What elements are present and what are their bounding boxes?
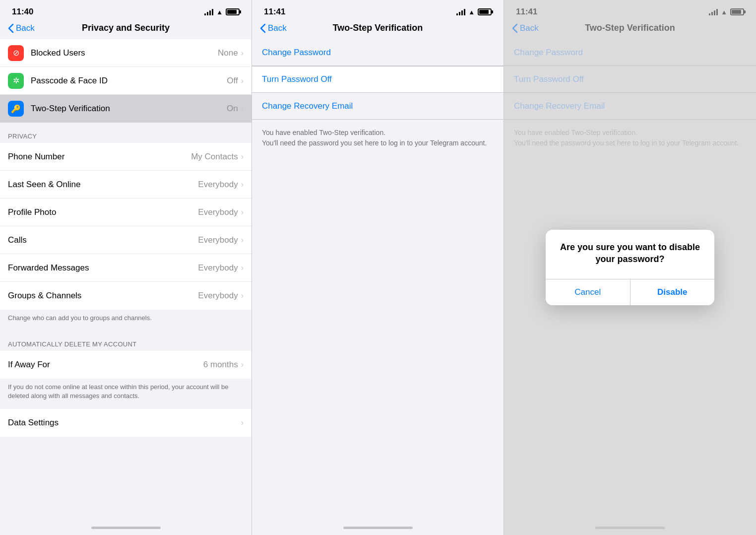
change-recovery-email-item-2[interactable]: Change Recovery Email (252, 93, 504, 120)
dialog-overlay: Are you sure you want to disable your pa… (504, 0, 756, 535)
forwarded-messages-item[interactable]: Forwarded Messages Everybody › (0, 254, 252, 282)
last-seen-value: Everybody (198, 180, 238, 190)
nav-title-2: Two-Step Verification (333, 23, 423, 33)
blocked-users-chevron: › (241, 49, 244, 58)
phone-number-value: My Contacts (191, 152, 238, 162)
turn-password-off-label: Turn Password Off (262, 74, 332, 84)
nav-title-1: Privacy and Security (82, 23, 170, 33)
status-bar-2: 11:41 ▲ (252, 0, 504, 21)
back-button-2[interactable]: Back (260, 23, 287, 33)
profile-photo-chevron: › (241, 208, 244, 217)
blocked-users-item[interactable]: ⊘ Blocked Users None › (0, 39, 252, 67)
profile-photo-label: Profile Photo (8, 207, 198, 217)
delete-list-group: If Away For 6 months › (0, 351, 252, 379)
privacy-list-group: Phone Number My Contacts › Last Seen & O… (0, 143, 252, 310)
back-button-1[interactable]: Back (8, 23, 35, 33)
if-away-label: If Away For (8, 360, 203, 370)
calls-item[interactable]: Calls Everybody › (0, 226, 252, 254)
data-settings-group: Data Settings › (0, 409, 252, 437)
if-away-chevron: › (241, 360, 244, 369)
home-indicator-2 (343, 527, 413, 529)
delete-section-header: AUTOMATICALLY DELETE MY ACCOUNT (0, 331, 252, 351)
phone-number-item[interactable]: Phone Number My Contacts › (0, 143, 252, 171)
wifi-icon-2: ▲ (468, 8, 475, 16)
groups-channels-label: Groups & Channels (8, 291, 198, 301)
signal-icon-2 (456, 8, 465, 15)
groups-channels-chevron: › (241, 291, 244, 300)
last-seen-label: Last Seen & Online (8, 180, 198, 190)
home-indicator-1 (91, 527, 161, 529)
groups-channels-item[interactable]: Groups & Channels Everybody › (0, 282, 252, 310)
panel3-dialog: 11:41 ▲ Back Two-Step Verification Ch (504, 0, 756, 535)
change-password-item-2[interactable]: Change Password (252, 39, 504, 66)
two-step-item[interactable]: 🔑 Two-Step Verification On › (0, 95, 252, 123)
delete-info-text: If you do not come online at least once … (0, 379, 252, 408)
battery-icon-1 (226, 8, 240, 15)
two-step-value: On (227, 104, 238, 114)
passcode-face-id-item[interactable]: ✲ Passcode & Face ID Off › (0, 67, 252, 95)
passcode-value: Off (227, 76, 238, 86)
nav-bar-2: Back Two-Step Verification (252, 21, 504, 39)
dialog-disable-button[interactable]: Disable (630, 279, 715, 305)
status-icons-2: ▲ (456, 8, 492, 16)
last-seen-chevron: › (241, 180, 244, 189)
forwarded-messages-label: Forwarded Messages (8, 263, 198, 273)
if-away-value: 6 months (203, 360, 238, 370)
blocked-users-label: Blocked Users (31, 48, 218, 58)
phone-number-label: Phone Number (8, 152, 191, 162)
wifi-icon-1: ▲ (216, 8, 223, 16)
top-list-group: ⊘ Blocked Users None › ✲ Passcode & Face… (0, 39, 252, 123)
signal-icon-1 (204, 8, 213, 15)
battery-icon-2 (478, 8, 492, 15)
calls-chevron: › (241, 236, 244, 245)
if-away-item[interactable]: If Away For 6 months › (0, 351, 252, 379)
nav-bar-1: Back Privacy and Security (0, 21, 252, 39)
two-step-list-group: Change Password Turn Password Off Change… (252, 39, 504, 120)
data-settings-label: Data Settings (8, 418, 241, 428)
two-step-icon: 🔑 (8, 101, 24, 117)
groups-info-text: Change who can add you to groups and cha… (0, 310, 252, 331)
profile-photo-item[interactable]: Profile Photo Everybody › (0, 199, 252, 226)
profile-photo-value: Everybody (198, 207, 238, 217)
dialog-box: Are you sure you want to disable your pa… (546, 230, 714, 305)
groups-channels-value: Everybody (198, 291, 238, 301)
two-step-description-2: You have enabled Two-Step verification. … (252, 120, 504, 156)
phone-number-chevron: › (241, 152, 244, 161)
dialog-title: Are you sure you want to disable your pa… (546, 230, 714, 269)
calls-label: Calls (8, 235, 198, 245)
calls-value: Everybody (198, 235, 238, 245)
status-time-1: 11:40 (12, 7, 33, 17)
privacy-section-header: PRIVACY (0, 123, 252, 143)
change-recovery-email-label-2: Change Recovery Email (262, 101, 353, 111)
panel2-two-step: 11:41 ▲ Back Two-Step Verification (252, 0, 504, 535)
two-step-label: Two-Step Verification (31, 104, 227, 114)
blocked-users-icon: ⊘ (8, 45, 24, 61)
two-step-chevron: › (241, 104, 244, 113)
panel1-privacy-security: 11:40 ▲ Back Privacy and Security (0, 0, 252, 535)
turn-password-off-item[interactable]: Turn Password Off (252, 66, 504, 93)
passcode-label: Passcode & Face ID (31, 76, 227, 86)
dialog-cancel-button[interactable]: Cancel (546, 279, 630, 305)
data-settings-chevron: › (241, 418, 244, 427)
forwarded-messages-value: Everybody (198, 263, 238, 273)
dialog-buttons: Cancel Disable (546, 279, 714, 305)
status-icons-1: ▲ (204, 8, 240, 16)
data-settings-item[interactable]: Data Settings › (0, 409, 252, 437)
change-password-label-2: Change Password (262, 48, 331, 58)
blocked-users-value: None (218, 48, 238, 58)
status-bar-1: 11:40 ▲ (0, 0, 252, 21)
last-seen-item[interactable]: Last Seen & Online Everybody › (0, 171, 252, 199)
forwarded-messages-chevron: › (241, 264, 244, 272)
status-time-2: 11:41 (264, 7, 285, 17)
passcode-chevron: › (241, 76, 244, 85)
passcode-icon: ✲ (8, 73, 24, 89)
